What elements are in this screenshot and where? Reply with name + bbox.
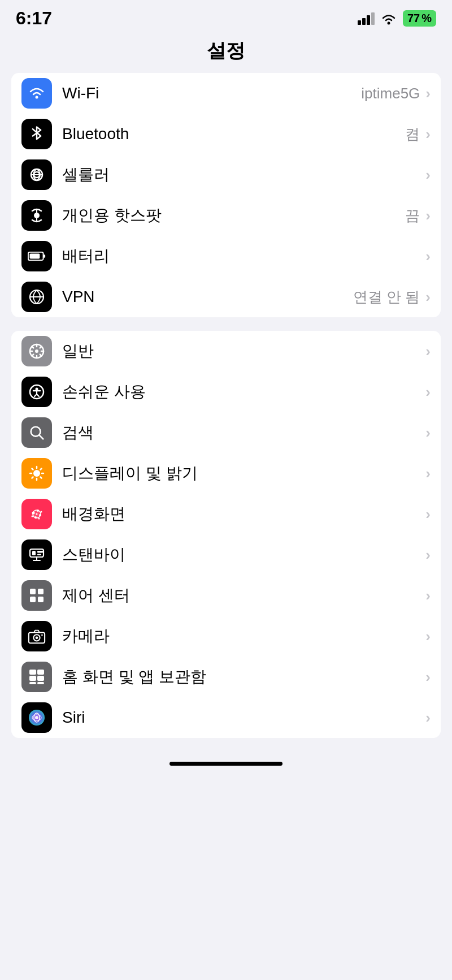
battery-level: 77 — [407, 12, 420, 25]
svg-rect-12 — [44, 254, 46, 257]
wifi-label: Wi-Fi — [62, 84, 361, 102]
home-bar — [0, 752, 452, 771]
svg-point-31 — [41, 511, 42, 513]
hotspot-row[interactable]: 개인용 핫스팟 끔 › — [11, 195, 441, 236]
siri-row[interactable]: Siri › — [11, 697, 441, 738]
homescreen-row[interactable]: 홈 화면 및 앱 보관함 › — [11, 657, 441, 697]
general-label: 일반 — [62, 340, 425, 362]
svg-point-17 — [35, 349, 38, 353]
bluetooth-chevron: › — [425, 126, 431, 143]
svg-rect-39 — [30, 589, 36, 594]
settings-group-2: 일반 › 손쉬운 사용 › 검색 › — [11, 331, 441, 738]
svg-point-28 — [34, 516, 37, 519]
wallpaper-row[interactable]: 배경화면 › — [11, 494, 441, 534]
svg-point-29 — [32, 516, 33, 517]
accessibility-icon — [21, 377, 52, 407]
controlcenter-label: 제어 센터 — [62, 585, 425, 606]
wifi-icon — [21, 78, 52, 109]
svg-rect-41 — [30, 597, 36, 602]
homescreen-icon — [21, 662, 52, 692]
hotspot-chevron: › — [425, 207, 431, 225]
search-chevron: › — [425, 424, 431, 442]
display-icon — [21, 458, 52, 489]
display-label: 디스플레이 및 밝기 — [62, 463, 425, 484]
svg-rect-49 — [29, 676, 36, 681]
camera-row[interactable]: 카메라 › — [11, 616, 441, 657]
search-label: 검색 — [62, 422, 425, 443]
svg-rect-13 — [30, 254, 40, 259]
svg-line-21 — [40, 435, 44, 439]
svg-point-4 — [387, 21, 390, 24]
svg-rect-3 — [371, 12, 375, 25]
page-title: 설정 — [207, 40, 245, 61]
general-row[interactable]: 일반 › — [11, 331, 441, 372]
svg-rect-2 — [367, 15, 370, 25]
vpn-icon — [21, 282, 52, 312]
page-header: 설정 — [0, 33, 452, 73]
hotspot-icon — [21, 200, 52, 231]
svg-rect-34 — [32, 551, 36, 555]
battery-row-label: 배터리 — [62, 245, 420, 267]
status-bar: 6:17 77 % — [0, 0, 452, 33]
accessibility-row[interactable]: 손쉬운 사용 › — [11, 372, 441, 412]
svg-point-8 — [34, 213, 40, 218]
signal-icon — [358, 12, 375, 25]
camera-label: 카메라 — [62, 625, 425, 647]
home-indicator — [169, 762, 282, 766]
vpn-row[interactable]: VPN 연결 안 됨 › — [11, 277, 441, 317]
vpn-value: 연결 안 됨 — [353, 287, 420, 307]
svg-point-5 — [36, 96, 38, 99]
hotspot-label: 개인용 핫스팟 — [62, 205, 405, 226]
controlcenter-icon — [21, 580, 52, 611]
battery-row-chevron: › — [425, 248, 431, 265]
standby-chevron: › — [425, 546, 431, 564]
battery-percent: % — [421, 12, 432, 25]
status-time: 6:17 — [16, 8, 52, 29]
cellular-row[interactable]: 셀룰러 › — [11, 154, 441, 195]
bluetooth-label: Bluetooth — [62, 125, 405, 143]
svg-rect-50 — [37, 676, 44, 681]
vpn-label: VPN — [62, 288, 353, 306]
siri-label: Siri — [62, 709, 425, 727]
svg-point-27 — [39, 514, 41, 516]
search-row[interactable]: 검색 › — [11, 412, 441, 453]
svg-point-26 — [37, 510, 39, 512]
homescreen-chevron: › — [425, 668, 431, 686]
wifi-status-icon — [380, 12, 397, 25]
svg-rect-40 — [38, 589, 44, 594]
svg-rect-48 — [37, 670, 44, 675]
svg-rect-0 — [358, 20, 361, 25]
wifi-row[interactable]: Wi-Fi iptime5G › — [11, 73, 441, 114]
wifi-chevron: › — [425, 85, 431, 102]
status-icons: 77 % — [358, 10, 436, 27]
battery-row[interactable]: 배터리 › — [11, 236, 441, 277]
wallpaper-icon — [21, 499, 52, 529]
homescreen-label: 홈 화면 및 앱 보관함 — [62, 666, 425, 688]
svg-rect-36 — [37, 554, 41, 556]
bluetooth-value: 켬 — [405, 124, 420, 144]
accessibility-label: 손쉬운 사용 — [62, 381, 425, 403]
display-row[interactable]: 디스플레이 및 밝기 › — [11, 453, 441, 494]
battery-indicator: 77 % — [403, 10, 436, 27]
general-icon — [21, 336, 52, 366]
bluetooth-row[interactable]: Bluetooth 켬 › — [11, 114, 441, 154]
vpn-chevron: › — [425, 288, 431, 306]
cellular-icon — [21, 159, 52, 190]
wallpaper-chevron: › — [425, 506, 431, 523]
standby-row[interactable]: 스탠바이 › — [11, 534, 441, 575]
cellular-label: 셀룰러 — [62, 164, 420, 185]
svg-rect-51 — [29, 682, 36, 684]
controlcenter-row[interactable]: 제어 센터 › — [11, 575, 441, 616]
display-chevron: › — [425, 465, 431, 482]
camera-chevron: › — [425, 628, 431, 645]
hotspot-value: 끔 — [405, 206, 420, 226]
cellular-chevron: › — [425, 166, 431, 184]
camera-icon — [21, 621, 52, 651]
accessibility-chevron: › — [425, 383, 431, 401]
svg-point-45 — [36, 636, 38, 639]
siri-icon — [21, 702, 52, 733]
svg-rect-35 — [37, 551, 43, 553]
controlcenter-chevron: › — [425, 587, 431, 605]
standby-icon — [21, 539, 52, 570]
svg-rect-52 — [37, 682, 44, 684]
